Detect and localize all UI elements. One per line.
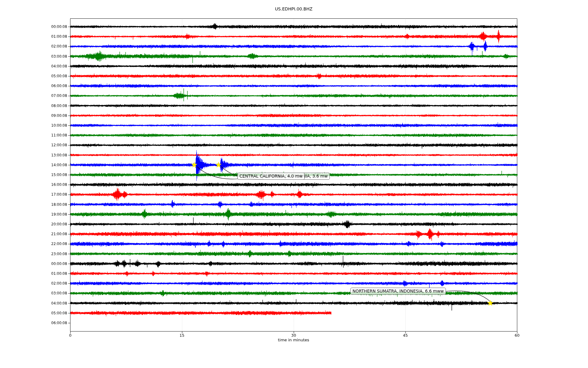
y-axis-label: 03:00:08 [0,291,67,295]
y-axis-label: 11:00:08 [0,133,67,137]
seismogram-canvas [0,0,588,368]
seismogram-figure: US.EDHPI.00.BHZ 00:00:0801:00:0802:00:08… [0,0,588,368]
y-axis-label: 02:00:08 [0,44,67,48]
y-axis-label: 18:00:08 [0,202,67,207]
y-axis-label: 14:00:08 [0,163,67,167]
y-axis-label: 15:00:08 [0,173,67,177]
x-axis-tick-label: 15 [179,333,184,338]
y-axis-label: 00:00:08 [0,25,67,29]
page: { "chart_data": { "type": "line", "subty… [0,0,588,368]
y-axis-label: 13:00:08 [0,153,67,157]
x-axis-tick-label: 60 [515,333,520,338]
x-axis-tick-label: 0 [69,333,72,338]
y-axis-label: 04:00:08 [0,301,67,305]
x-axis-tick-label: 45 [403,333,408,338]
annotation-northern-sumatra: NORTHERN SUMATRA, INDONESIA, 6.6 mww [350,288,446,295]
figure-title: US.EDHPI.00.BHZ [0,6,587,11]
y-axis-label: 06:00:08 [0,84,67,88]
y-axis-label: 07:00:08 [0,94,67,98]
y-axis-label: 03:00:08 [0,54,67,59]
y-axis-label: 08:00:08 [0,104,67,108]
y-axis-label: 16:00:08 [0,182,67,187]
x-axis-title: time in minutes [70,338,517,342]
x-axis-tick-label: 30 [291,333,296,338]
y-axis-label: 00:00:08 [0,262,67,266]
y-axis-label: 10:00:08 [0,123,67,128]
y-axis-label: 12:00:08 [0,143,67,147]
y-axis-label: 04:00:08 [0,64,67,68]
y-axis-label: 05:00:08 [0,74,67,78]
y-axis-label: 05:00:08 [0,311,67,315]
y-axis-label: 06:00:08 [0,321,67,325]
y-axis-label: 19:00:08 [0,212,67,217]
y-axis-label: 01:00:08 [0,271,67,276]
y-axis-label: 17:00:08 [0,192,67,197]
y-axis-label: 23:00:08 [0,252,67,256]
y-axis-label: 21:00:08 [0,232,67,236]
y-axis-label: 02:00:08 [0,281,67,286]
annotation-central-california: CENTRAL CALIFORNIA, 4.0 mw [237,173,305,180]
y-axis-label: 20:00:08 [0,222,67,226]
y-axis-label: 09:00:08 [0,113,67,118]
y-axis-label: 22:00:08 [0,242,67,246]
y-axis-label: 01:00:08 [0,34,67,39]
